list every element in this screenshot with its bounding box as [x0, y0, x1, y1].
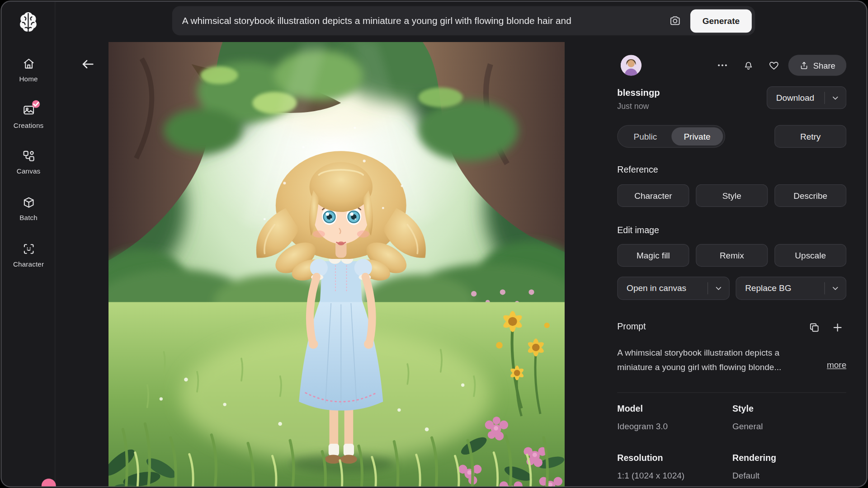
avatar-image	[621, 55, 642, 76]
chevron-down-icon[interactable]	[825, 284, 846, 293]
rendering-label: Rendering	[732, 453, 776, 463]
batch-icon	[22, 196, 35, 209]
avatar[interactable]	[621, 55, 642, 76]
remix-button[interactable]: Remix	[696, 244, 768, 267]
sidebar-item-canvas[interactable]: Canvas	[2, 150, 56, 176]
download-label: Download	[776, 93, 825, 103]
sidebar-item-label: Canvas	[17, 168, 41, 175]
more-options-button[interactable]	[715, 57, 730, 73]
resolution-label: Resolution	[617, 453, 663, 463]
copy-icon	[808, 321, 821, 333]
sidebar-item-label: Batch	[19, 214, 38, 222]
share-button[interactable]: Share	[788, 55, 847, 76]
prompt-text: A whimsical storybook illustration depic…	[617, 346, 808, 375]
plus-icon	[831, 321, 844, 333]
replace-bg-button[interactable]: Replace BG	[736, 277, 846, 300]
share-icon	[799, 61, 809, 70]
like-button[interactable]	[766, 57, 782, 73]
prompt-more-button[interactable]: more	[827, 360, 846, 370]
open-in-canvas-label: Open in canvas	[627, 283, 708, 293]
reference-describe-button[interactable]: Describe	[774, 184, 846, 207]
back-button[interactable]	[79, 56, 97, 74]
sidebar-item-character[interactable]: Character	[2, 242, 56, 268]
creations-icon	[22, 103, 35, 117]
style-label: Style	[732, 404, 754, 414]
character-icon	[22, 242, 35, 255]
chevron-down-icon[interactable]	[708, 284, 729, 293]
detail-panel: Share blessingp Just now Download Public…	[617, 2, 846, 487]
copy-prompt-button[interactable]	[807, 320, 822, 335]
download-button[interactable]: Download	[767, 86, 846, 109]
sidebar-item-creations[interactable]: Creations	[2, 103, 56, 130]
section-divider	[617, 392, 846, 393]
canvas-icon	[22, 150, 35, 163]
bell-icon	[742, 59, 755, 71]
open-in-canvas-button[interactable]: Open in canvas	[617, 277, 730, 300]
replace-bg-label: Replace BG	[745, 283, 824, 293]
generated-image[interactable]	[108, 42, 565, 488]
prompt-input[interactable]	[172, 6, 664, 35]
prompt-title: Prompt	[617, 321, 646, 331]
sidebar-item-label: Character	[13, 261, 44, 268]
ellipsis-icon	[716, 59, 728, 71]
upscale-button[interactable]: Upscale	[774, 244, 846, 267]
model-value: Ideogram 3.0	[617, 422, 668, 432]
sidebar-item-label: Creations	[14, 122, 44, 129]
sidebar: Home Creations	[2, 2, 56, 487]
visibility-toggle: Public Private	[617, 125, 725, 148]
share-label: Share	[813, 61, 835, 70]
model-label: Model	[617, 404, 643, 414]
reference-character-button[interactable]: Character	[617, 184, 689, 207]
edit-image-buttons: Magic fill Remix Upscale	[617, 244, 846, 267]
add-prompt-button[interactable]	[830, 320, 845, 335]
reference-title: Reference	[617, 165, 658, 175]
home-icon	[22, 57, 35, 70]
style-value: General	[732, 422, 763, 432]
resolution-value: 1:1 (1024 x 1024)	[617, 471, 684, 481]
sidebar-item-batch[interactable]: Batch	[2, 196, 56, 222]
reference-buttons: Character Style Describe	[617, 184, 846, 207]
visibility-private-option[interactable]: Private	[671, 127, 723, 145]
brain-logo-icon	[15, 9, 42, 36]
screen: Home Creations	[0, 0, 868, 488]
rendering-value: Default	[732, 471, 760, 481]
sidebar-item-label: Home	[19, 75, 38, 83]
visibility-public-option[interactable]: Public	[619, 127, 671, 145]
heart-icon	[768, 59, 780, 71]
magic-fill-button[interactable]: Magic fill	[617, 244, 689, 267]
retry-button[interactable]: Retry	[774, 125, 846, 148]
chevron-down-icon[interactable]	[825, 93, 846, 102]
arrow-left-icon	[81, 57, 95, 71]
app-logo[interactable]	[15, 9, 42, 36]
notifications-button[interactable]	[741, 57, 756, 73]
help-bubble[interactable]	[42, 479, 56, 488]
username: blessingp	[617, 87, 660, 98]
reference-style-button[interactable]: Style	[696, 184, 768, 207]
sidebar-item-home[interactable]: Home	[2, 57, 56, 83]
notification-badge	[32, 100, 39, 108]
timestamp: Just now	[617, 102, 649, 111]
edit-image-title: Edit image	[617, 225, 659, 235]
app-window: Home Creations	[0, 0, 868, 488]
